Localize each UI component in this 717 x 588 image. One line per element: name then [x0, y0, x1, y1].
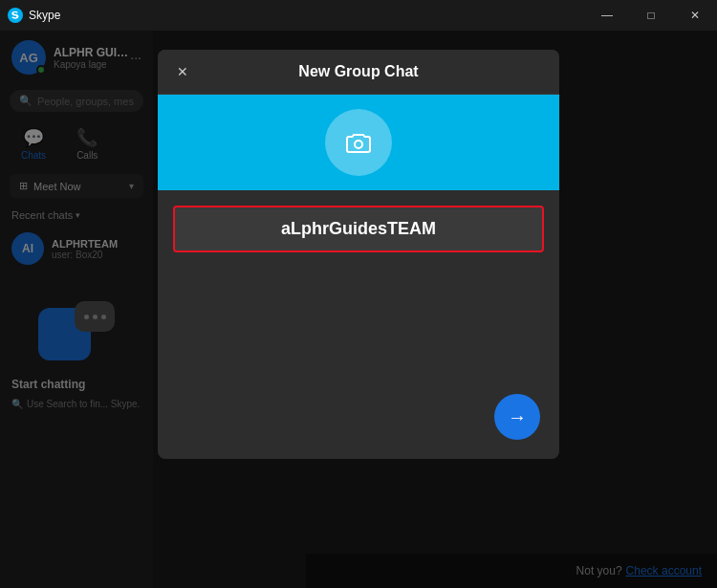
window-controls: — □ ✕	[585, 0, 717, 31]
close-button[interactable]: ✕	[673, 0, 717, 31]
modal-avatar-section	[158, 95, 559, 190]
new-group-chat-modal: ✕ New Group Chat →	[158, 50, 559, 459]
next-button[interactable]: →	[494, 394, 540, 440]
group-name-input[interactable]	[190, 219, 527, 239]
title-bar: Skype — □ ✕	[0, 0, 717, 31]
modal-close-button[interactable]: ✕	[169, 58, 196, 85]
svg-point-1	[355, 141, 362, 148]
modal-footer: →	[158, 268, 559, 459]
modal-header: ✕ New Group Chat	[158, 50, 559, 95]
modal-overlay: ✕ New Group Chat →	[0, 31, 717, 588]
camera-icon	[343, 127, 374, 158]
skype-icon	[8, 8, 23, 23]
modal-title: New Group Chat	[298, 63, 418, 80]
app-body: AG ALPHR GUIDES $0.00 Kapoya lage ··· 🔍 …	[0, 31, 717, 588]
maximize-button[interactable]: □	[629, 0, 673, 31]
group-name-input-wrapper	[173, 206, 544, 252]
camera-button[interactable]	[325, 109, 392, 176]
title-bar-app-name: Skype	[29, 9, 60, 22]
minimize-button[interactable]: —	[585, 0, 629, 31]
modal-body	[158, 190, 559, 268]
